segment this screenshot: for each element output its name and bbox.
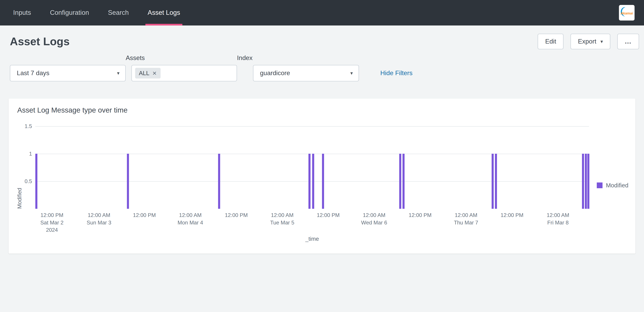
x-tick-label: 12:00 AMMon Mar 4 [178, 212, 203, 226]
x-tick-label: 12:00 PMSat Mar 22024 [40, 212, 64, 234]
chart-bar[interactable] [492, 154, 494, 209]
edit-button[interactable]: Edit [538, 34, 564, 49]
chevron-down-icon: ▾ [350, 70, 353, 76]
export-button-label: Export [578, 38, 596, 45]
remove-tag-icon[interactable]: ✕ [152, 71, 157, 76]
index-value: guardicore [260, 69, 290, 77]
index-filter: Index guardicore ▾ [237, 54, 359, 82]
x-tick-label: 12:00 PM [317, 212, 340, 219]
time-range-value: Last 7 days [17, 69, 50, 77]
chart-plot[interactable] [35, 120, 589, 209]
y-axis-ticks: 0.511.5 [16, 120, 32, 209]
page-title: Asset Logs [10, 35, 70, 48]
nav-item-asset-logs[interactable]: Asset Logs [138, 0, 190, 26]
nav-item-search[interactable]: Search [98, 0, 138, 26]
more-actions-button[interactable]: ... [617, 34, 639, 49]
chart-bar[interactable] [127, 154, 129, 209]
filters-bar: Last 7 days ▾ Assets ALL ✕ Index guardic… [0, 54, 644, 82]
chart-bar[interactable] [402, 154, 404, 209]
chart-bar[interactable] [312, 154, 314, 209]
time-range-filter: Last 7 days ▾ [10, 65, 126, 82]
chart-bar[interactable] [495, 154, 497, 209]
legend-swatch [597, 182, 602, 188]
y-tick-label: 1.5 [25, 123, 32, 129]
index-filter-label: Index [237, 54, 359, 62]
x-tick-label: 12:00 PM [225, 212, 248, 219]
chart-bar[interactable] [322, 154, 324, 209]
assets-filter-label: Assets [126, 54, 237, 62]
export-button[interactable]: Export ▾ [570, 34, 610, 49]
x-tick-label: 12:00 AMTue Mar 5 [270, 212, 294, 226]
nav-item-configuration[interactable]: Configuration [40, 0, 98, 26]
header-actions: Edit Export ▾ ... [538, 34, 639, 49]
page-header: Asset Logs Edit Export ▾ ... [0, 32, 644, 51]
assets-filter: Assets ALL ✕ [126, 54, 237, 82]
legend-label: Modified [606, 182, 628, 189]
akamai-logo-icon: Akamai [620, 6, 634, 20]
time-range-dropdown[interactable]: Last 7 days ▾ [10, 65, 126, 82]
chart-bar[interactable] [35, 154, 37, 209]
gridline [35, 126, 589, 127]
x-tick-label: 12:00 AMFri Mar 8 [547, 212, 569, 226]
index-dropdown[interactable]: guardicore ▾ [253, 65, 359, 82]
assets-input[interactable]: ALL ✕ [131, 65, 237, 82]
nav-item-inputs[interactable]: Inputs [4, 0, 40, 26]
hide-filters-link[interactable]: Hide Filters [380, 69, 412, 77]
x-tick-label: 12:00 PM [500, 212, 524, 219]
top-nav: Inputs Configuration Search Asset Logs A… [0, 0, 644, 26]
akamai-logo: Akamai [619, 5, 635, 21]
y-tick-label: 0.5 [25, 178, 32, 184]
chart-bar[interactable] [582, 154, 584, 209]
assets-tag-label: ALL [139, 70, 149, 77]
chevron-down-icon: ▾ [600, 39, 603, 44]
chart-bar[interactable] [399, 154, 401, 209]
chart-bar[interactable] [588, 154, 590, 209]
x-tick-label: 12:00 PM [409, 212, 432, 219]
x-axis-ticks: 12:00 PMSat Mar 2202412:00 AMSun Mar 312… [35, 212, 589, 235]
y-tick-label: 1 [29, 151, 32, 157]
legend-item-modified[interactable]: Modified [597, 182, 628, 189]
svg-text:Akamai: Akamai [620, 11, 633, 15]
app-root: Inputs Configuration Search Asset Logs A… [0, 0, 644, 312]
x-tick-label: 12:00 AMWed Mar 6 [361, 212, 387, 226]
x-axis-title: _time [305, 236, 319, 242]
chevron-down-icon: ▾ [117, 70, 120, 76]
chart-bar[interactable] [218, 154, 220, 209]
chart: Modified 0.511.5 12:00 PMSat Mar 2202412… [16, 120, 628, 244]
x-tick-label: 12:00 AMThu Mar 7 [454, 212, 478, 226]
hide-filters-wrap: Hide Filters [380, 65, 412, 82]
chart-panel: Asset Log Message type over time Modifie… [9, 99, 635, 253]
chart-bar[interactable] [585, 154, 587, 209]
x-tick-label: 12:00 AMSun Mar 3 [87, 212, 111, 226]
assets-tag: ALL ✕ [135, 68, 160, 79]
x-tick-label: 12:00 PM [133, 212, 156, 219]
chart-bar[interactable] [308, 154, 310, 209]
chart-title: Asset Log Message type over time [17, 106, 628, 115]
